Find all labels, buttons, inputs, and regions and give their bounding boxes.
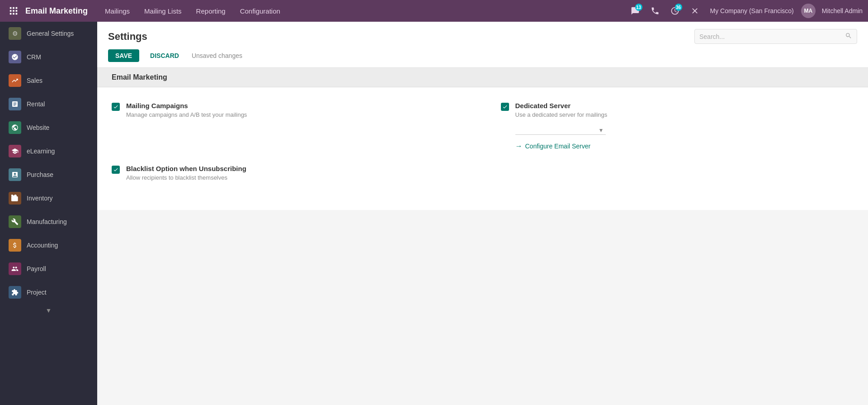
nav-mailings[interactable]: Mailings: [99, 5, 136, 18]
mailing-campaigns-checkbox[interactable]: [112, 103, 120, 111]
sidebar-item-payroll[interactable]: Payroll: [0, 257, 97, 281]
user-name[interactable]: Mitchell Admin: [822, 7, 863, 14]
search-input[interactable]: [699, 33, 841, 40]
project-icon: [9, 286, 21, 299]
unsaved-label: Unsaved changes: [192, 52, 242, 59]
toolbar: SAVE DISCARD Unsaved changes: [108, 49, 857, 67]
sidebar-label-elearning: eLearning: [27, 148, 55, 155]
nav-configuration[interactable]: Configuration: [234, 5, 287, 18]
discard-button[interactable]: DISCARD: [143, 49, 186, 62]
dedicated-server-checkbox[interactable]: [501, 103, 509, 111]
main-layout: ⚙ General Settings CRM Sales Rental We: [0, 22, 868, 405]
mailing-campaigns-text: Mailing Campaigns Manage campaigns and A…: [126, 102, 247, 118]
content-area: Settings SAVE DISCARD Unsaved changes Em…: [97, 22, 868, 405]
crm-icon: [9, 51, 21, 63]
page-header: Settings SAVE DISCARD Unsaved changes: [97, 22, 868, 68]
sidebar-item-accounting[interactable]: Accounting: [0, 233, 97, 257]
settings-row-2: Blacklist Option when Unsubscribing Allo…: [112, 165, 854, 181]
sidebar-label-project: Project: [27, 289, 47, 296]
sidebar-label-rental: Rental: [27, 100, 45, 108]
mailing-campaigns-checkbox-wrap[interactable]: [112, 103, 120, 111]
server-select[interactable]: [515, 124, 606, 135]
sidebar-scroll-down[interactable]: ▼: [0, 304, 97, 317]
dedicated-server-checkbox-wrap[interactable]: [501, 103, 509, 111]
website-icon: [9, 121, 21, 134]
sidebar-item-general-settings[interactable]: ⚙ General Settings: [0, 22, 97, 45]
sidebar-item-sales[interactable]: Sales: [0, 69, 97, 92]
accounting-icon: [9, 239, 21, 252]
search-icon: [845, 32, 852, 41]
apps-grid-icon[interactable]: [5, 3, 22, 19]
mailing-campaigns-label: Mailing Campaigns: [126, 102, 247, 110]
nav-right: 13 36 My Company (San Francisco) MA Mitc…: [627, 3, 863, 19]
settings-section-header: Email Marketing: [97, 68, 868, 87]
sidebar-item-crm[interactable]: CRM: [0, 45, 97, 69]
blacklist-label: Blacklist Option when Unsubscribing: [126, 165, 246, 172]
user-avatar[interactable]: MA: [801, 4, 816, 18]
manufacturing-icon: [9, 215, 21, 228]
sidebar-label-crm: CRM: [27, 53, 41, 61]
phone-button[interactable]: [647, 3, 663, 19]
configure-link-label: Configure Email Server: [525, 143, 591, 150]
dedicated-server-label: Dedicated Server: [515, 102, 608, 110]
purchase-icon: [9, 168, 21, 181]
app-title: Email Marketing: [25, 6, 88, 16]
payroll-icon: [9, 262, 21, 275]
page-title-row: Settings: [108, 29, 857, 44]
top-nav: Email Marketing Mailings Mailing Lists R…: [0, 0, 868, 22]
messages-badge: 13: [635, 4, 642, 11]
sidebar: ⚙ General Settings CRM Sales Rental We: [0, 22, 97, 405]
sidebar-label-inventory: Inventory: [27, 195, 53, 202]
rental-icon: [9, 98, 21, 110]
nav-menu: Mailings Mailing Lists Reporting Configu…: [99, 5, 627, 18]
configure-email-server-link[interactable]: → Configure Email Server: [515, 142, 854, 150]
search-box[interactable]: [694, 29, 857, 44]
blacklist-checkbox-wrap[interactable]: [112, 166, 120, 174]
sales-icon: [9, 74, 21, 87]
sidebar-label-payroll: Payroll: [27, 265, 46, 272]
inventory-icon: [9, 192, 21, 205]
messages-button[interactable]: 13: [627, 3, 643, 19]
sidebar-item-elearning[interactable]: eLearning: [0, 139, 97, 163]
sidebar-label-purchase: Purchase: [27, 171, 53, 178]
blacklist-checkbox[interactable]: [112, 166, 120, 174]
dedicated-server-item: Dedicated Server Use a dedicated server …: [501, 102, 854, 150]
dedicated-server-top: Dedicated Server Use a dedicated server …: [501, 102, 854, 118]
general-settings-icon: ⚙: [9, 27, 21, 40]
sidebar-label-accounting: Accounting: [27, 242, 58, 249]
nav-reporting[interactable]: Reporting: [190, 5, 232, 18]
sidebar-label-general: General Settings: [27, 30, 74, 37]
server-select-wrap: ▼: [515, 124, 854, 135]
sidebar-item-inventory[interactable]: Inventory: [0, 186, 97, 210]
sidebar-label-website: Website: [27, 124, 49, 131]
sidebar-item-rental[interactable]: Rental: [0, 92, 97, 116]
server-select-container[interactable]: ▼: [515, 124, 606, 135]
page-title: Settings: [108, 31, 147, 43]
clock-badge: 36: [675, 4, 682, 11]
blacklist-text: Blacklist Option when Unsubscribing Allo…: [126, 165, 246, 181]
sidebar-item-project[interactable]: Project: [0, 281, 97, 304]
sidebar-item-purchase[interactable]: Purchase: [0, 163, 97, 186]
sidebar-label-manufacturing: Manufacturing: [27, 218, 67, 225]
blacklist-desc: Allow recipients to blacklist themselves: [126, 174, 246, 181]
dedicated-server-desc: Use a dedicated server for mailings: [515, 111, 608, 118]
dedicated-server-text: Dedicated Server Use a dedicated server …: [515, 102, 608, 118]
save-button[interactable]: SAVE: [108, 49, 139, 62]
nav-mailing-lists[interactable]: Mailing Lists: [138, 5, 188, 18]
settings-body: Mailing Campaigns Manage campaigns and A…: [97, 87, 868, 210]
blacklist-item: Blacklist Option when Unsubscribing Allo…: [112, 165, 246, 181]
settings-row-1: Mailing Campaigns Manage campaigns and A…: [112, 102, 854, 150]
elearning-icon: [9, 145, 21, 157]
sidebar-item-website[interactable]: Website: [0, 116, 97, 139]
mailing-campaigns-item: Mailing Campaigns Manage campaigns and A…: [112, 102, 465, 150]
arrow-right-icon: →: [515, 142, 523, 150]
settings-content: Email Marketing Mailing Campaigns Mana: [97, 68, 868, 210]
close-button[interactable]: [687, 3, 703, 19]
sidebar-item-manufacturing[interactable]: Manufacturing: [0, 210, 97, 233]
company-name[interactable]: My Company (San Francisco): [710, 7, 794, 14]
mailing-campaigns-desc: Manage campaigns and A/B test your maili…: [126, 111, 247, 118]
sidebar-label-sales: Sales: [27, 77, 42, 84]
clock-button[interactable]: 36: [667, 3, 683, 19]
